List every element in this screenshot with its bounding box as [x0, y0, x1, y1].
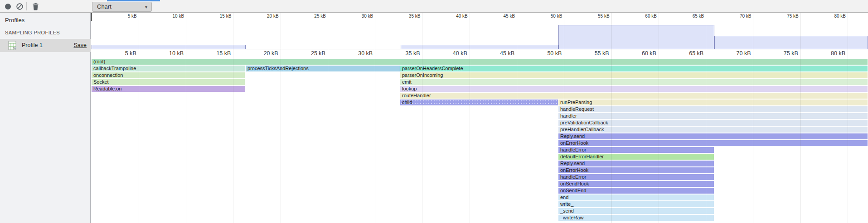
flame-bar[interactable]: write_: [558, 201, 714, 207]
view-mode-select[interactable]: Chart ▾: [92, 2, 152, 12]
flame-bar[interactable]: emit: [400, 79, 868, 85]
profile-name: Profile 1: [22, 42, 43, 48]
flame-bar[interactable]: processTicksAndRejections: [246, 66, 400, 71]
overview-tick-label: 5 kB: [110, 14, 137, 19]
ruler-tick-label: 60 kB: [625, 50, 656, 57]
trash-icon[interactable]: [32, 2, 39, 10]
flame-bar[interactable]: runPreParsing: [558, 100, 868, 105]
ruler-tick-label: 50 kB: [530, 50, 562, 57]
flame-bar[interactable]: callbackTrampoline: [92, 66, 245, 71]
chevron-down-icon: ▾: [145, 2, 147, 12]
overview-tick-label: 50 kB: [535, 14, 562, 19]
flame-bar[interactable]: handleError: [558, 147, 714, 153]
flame-bar[interactable]: defaultErrorHandler: [558, 154, 714, 160]
ruler-tick-label: 20 kB: [247, 50, 278, 57]
ruler-tick-label: 40 kB: [436, 50, 467, 57]
size-ruler: 5 kB10 kB15 kB20 kB25 kB30 kB35 kB40 kB4…: [91, 49, 868, 59]
flame-bar[interactable]: Socket: [92, 79, 245, 85]
flame-bar[interactable]: lookup: [400, 86, 868, 92]
overview-tick-label: 20 kB: [252, 14, 279, 19]
toolbar-divider: [26, 2, 27, 10]
sampling-profiles-section-label: SAMPLING PROFILES: [5, 30, 60, 35]
ruler-tick-label: 10 kB: [152, 50, 184, 57]
flame-bar[interactable]: parserOnHeadersComplete: [400, 66, 868, 71]
flame-bar[interactable]: end: [558, 195, 714, 200]
overview-tick-label: 75 kB: [771, 14, 799, 19]
overview-tick-label: 70 kB: [724, 14, 751, 19]
overview-area-step: [714, 36, 868, 49]
sidebar-heading: Profiles: [5, 17, 24, 24]
flame-bar[interactable]: Reply.send: [558, 133, 868, 139]
overview-selection-handle[interactable]: [91, 13, 92, 21]
flame-bar[interactable]: onErrorHook: [558, 167, 714, 173]
overview-tick-label: 60 kB: [630, 14, 657, 19]
flame-bar[interactable]: (root): [92, 59, 868, 65]
ruler-tick-label: 35 kB: [388, 50, 420, 57]
svg-text:%: %: [13, 47, 16, 50]
ruler-tick-label: 30 kB: [341, 50, 373, 57]
ruler-tick-label: 45 kB: [483, 50, 514, 57]
record-icon[interactable]: [4, 3, 12, 10]
profiles-sidebar: Profiles SAMPLING PROFILES % Profile 1 S…: [0, 13, 91, 223]
ruler-tick-label: 55 kB: [577, 50, 609, 57]
ruler-tick-label: 5 kB: [105, 50, 136, 57]
overview-tick-label: 40 kB: [441, 14, 468, 19]
flame-bar[interactable]: handler: [558, 113, 868, 119]
flame-bar[interactable]: child: [400, 100, 558, 105]
ruler-tick-label: 15 kB: [199, 50, 231, 57]
overview-area-step: [92, 45, 246, 49]
overview-tick-label: 15 kB: [204, 14, 231, 19]
overview-tick-label: 10 kB: [157, 14, 184, 19]
sidebar-item-profile-1[interactable]: % Profile 1 Save: [0, 39, 91, 52]
overview-area-step: [558, 25, 714, 49]
ruler-tick-label: 25 kB: [294, 50, 325, 57]
view-mode-value: Chart: [97, 3, 112, 10]
flame-bar[interactable]: routeHandler: [400, 93, 868, 99]
overview-tick-label: 45 kB: [488, 14, 515, 19]
ruler-tick-label: 75 kB: [766, 50, 798, 57]
clear-block-icon[interactable]: [16, 3, 24, 10]
flame-bar[interactable]: handleError: [558, 174, 714, 180]
overview-tick-label: 65 kB: [677, 14, 704, 19]
ruler-tick-label: 65 kB: [672, 50, 703, 57]
save-profile-link[interactable]: Save: [74, 42, 87, 48]
flame-bar[interactable]: preValidationCallback: [558, 120, 868, 126]
overview-area-step: [401, 45, 558, 49]
heap-profiler-window: Chart ▾ Profiles SAMPLING PROFILES % Pro…: [0, 0, 868, 223]
flame-bar[interactable]: _send: [558, 208, 714, 214]
flame-bar[interactable]: onconnection: [92, 72, 245, 78]
flame-bar[interactable]: Readable.on: [92, 86, 245, 92]
overview-tick-label: 35 kB: [393, 14, 420, 19]
allocation-overview[interactable]: 5 kB10 kB15 kB20 kB25 kB30 kB35 kB40 kB4…: [91, 13, 868, 49]
ruler-tick-label: 80 kB: [814, 50, 845, 57]
ruler-tick-label: 70 kB: [719, 50, 751, 57]
active-tab-indicator: [107, 0, 160, 1]
flame-bar[interactable]: parserOnIncoming: [400, 72, 868, 78]
flame-bar[interactable]: Reply.send: [558, 161, 714, 166]
flame-bar[interactable]: _writeRaw: [558, 215, 714, 221]
overview-tick-label: 30 kB: [346, 14, 373, 19]
overview-tick-label: 55 kB: [582, 14, 610, 19]
flame-bar[interactable]: preHandlerCallback: [558, 127, 868, 133]
flame-bar[interactable]: onSendHook: [558, 181, 714, 187]
profile-document-icon: %: [8, 41, 17, 52]
flame-bar[interactable]: onErrorHook: [558, 140, 868, 146]
toolbar: Chart ▾: [0, 0, 868, 13]
flame-bar[interactable]: onSendEnd: [558, 188, 714, 194]
overview-tick-label: 25 kB: [299, 14, 326, 19]
flame-bar[interactable]: handleRequest: [558, 106, 868, 112]
overview-tick-label: 80 kB: [819, 14, 846, 19]
